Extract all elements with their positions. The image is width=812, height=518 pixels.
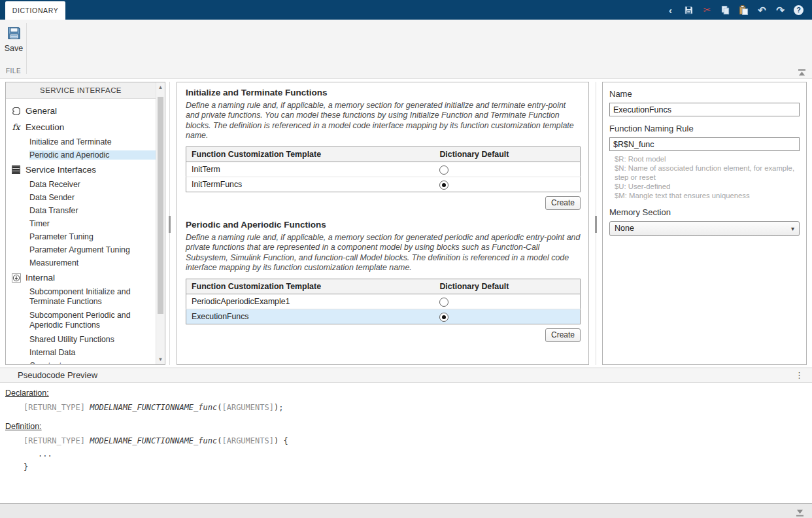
memory-section-dropdown[interactable]: None ▾ <box>609 221 800 236</box>
sidebar-item-label: Initialize and Terminate <box>29 137 156 147</box>
memory-section-label: Memory Section <box>609 207 800 217</box>
redo-icon[interactable]: ↷ <box>775 5 786 16</box>
declaration-code: [RETURN_TYPE] MODELNAME_FUNCTIONNAME_fun… <box>24 403 812 412</box>
sidebar-header: SERVICE INTERFACE <box>6 82 156 99</box>
bottom-collapse-bar <box>0 503 812 518</box>
function-template-table: Function Customization Template Dictiona… <box>186 279 581 324</box>
sidebar-item-internal[interactable]: Internal <box>6 269 156 286</box>
internal-icon <box>11 273 21 283</box>
table-row[interactable]: ExecutionFuncs <box>186 309 581 324</box>
sidebar-item-constants[interactable]: Constants <box>6 359 156 364</box>
scrollbar-thumb[interactable] <box>158 97 163 314</box>
naming-rule-hint: $U: User-defined <box>615 182 800 192</box>
code-token: MODELNAME_FUNCTIONNAME_func <box>90 436 217 445</box>
sidebar-scrollbar[interactable]: ▲ ▼ <box>156 82 165 364</box>
declaration-label: Declaration: <box>5 389 812 398</box>
sidebar-item-subcomponent-periodic-and-aperiodic-functions[interactable]: Subcomponent Periodic and Aperiodic Func… <box>6 309 156 333</box>
column-header-template: Function Customization Template <box>186 147 435 162</box>
create-row: Create <box>186 196 581 210</box>
table-row[interactable]: InitTerm <box>186 162 581 177</box>
dictionary-default-cell <box>434 162 580 177</box>
name-label: Name <box>609 89 800 99</box>
collapse-ribbon-icon[interactable] <box>798 67 806 79</box>
column-header-default: Dictionary Default <box>434 279 580 294</box>
dictionary-default-cell <box>434 294 580 309</box>
splitter-handle <box>169 216 171 233</box>
function-template-table: Function Customization Template Dictiona… <box>186 147 581 192</box>
sidebar-header-label: SERVICE INTERFACE <box>40 86 122 94</box>
paste-icon[interactable] <box>738 5 749 16</box>
column-header-template: Function Customization Template <box>186 279 435 294</box>
sidebar-item-label: Measurement <box>29 258 156 268</box>
sidebar-item-initialize-and-terminate[interactable]: Initialize and Terminate <box>6 135 156 148</box>
copy-icon[interactable] <box>720 5 731 16</box>
sidebar-item-general[interactable]: General <box>6 103 156 119</box>
dictionary-default-radio[interactable] <box>439 165 448 175</box>
column-header-default: Dictionary Default <box>434 147 580 162</box>
sidebar-item-shared-utility-functions[interactable]: Shared Utility Functions <box>6 333 156 346</box>
periodic-aperiodic-section: Periodic and Aperiodic Functions Define … <box>186 220 581 342</box>
sidebar-item-data-transfer[interactable]: Data Transfer <box>6 204 156 217</box>
sidebar-item-parameter-tuning[interactable]: Parameter Tuning <box>6 230 156 243</box>
create-button[interactable]: Create <box>545 196 581 210</box>
sidebar-item-service-interfaces[interactable]: Service Interfaces <box>6 162 156 178</box>
kebab-menu-icon[interactable]: ⋮ <box>795 370 804 380</box>
code-line: ... <box>38 449 812 458</box>
sidebar-item-label: Constants <box>29 361 156 364</box>
sidebar-item-label: Data Sender <box>29 193 156 202</box>
ribbon: Save FILE <box>0 20 812 79</box>
cut-icon[interactable]: ✂ <box>702 5 713 16</box>
sidebar-item-label: Shared Utility Functions <box>29 335 156 344</box>
general-icon <box>11 107 21 116</box>
tab-dictionary[interactable]: DICTIONARY <box>5 1 65 20</box>
sidebar-item-data-sender[interactable]: Data Sender <box>6 191 156 204</box>
function-naming-rule-label: Function Naming Rule <box>609 124 800 133</box>
title-bar: DICTIONARY ‹✂↶↷? <box>0 0 812 20</box>
code-line: } <box>24 462 812 472</box>
sidebar-item-parameter-argument-tuning[interactable]: Parameter Argument Tuning <box>6 243 156 256</box>
dictionary-default-radio[interactable] <box>439 181 448 190</box>
code-token: [ARGUMENTS] <box>222 403 273 412</box>
quick-access-toolbar: ‹✂↶↷? <box>665 2 804 18</box>
function-naming-rule-field[interactable] <box>609 137 800 151</box>
sidebar-item-label: Subcomponent Periodic and Aperiodic Func… <box>29 311 156 330</box>
table-row[interactable]: PeriodicAperiodicExample1 <box>186 294 581 309</box>
code-token: [RETURN_TYPE] <box>24 436 90 445</box>
sidebar-item-measurement[interactable]: Measurement <box>6 256 156 269</box>
dictionary-default-radio[interactable] <box>439 298 448 307</box>
name-field[interactable] <box>609 103 800 116</box>
help-icon[interactable]: ? <box>793 5 804 16</box>
sidebar-item-label: Periodic and Aperiodic <box>29 150 156 160</box>
chevron-down-icon: ▾ <box>791 225 794 232</box>
save-button[interactable]: Save <box>3 26 24 53</box>
scroll-down-icon[interactable]: ▼ <box>156 356 165 362</box>
code-token: MODELNAME_FUNCTIONNAME_func <box>90 403 217 412</box>
sidebar-item-data-receiver[interactable]: Data Receiver <box>6 178 156 191</box>
sidebar-item-internal-data[interactable]: Internal Data <box>6 346 156 359</box>
scroll-up-icon[interactable]: ▲ <box>156 84 165 90</box>
sidebar-item-periodic-and-aperiodic[interactable]: Periodic and Aperiodic <box>6 148 156 162</box>
sidebar-item-timer[interactable]: Timer <box>6 217 156 230</box>
sidebar-item-label: General <box>25 106 156 116</box>
splitter-left[interactable] <box>167 82 172 365</box>
save-icon[interactable] <box>683 5 694 16</box>
collapse-panel-icon[interactable] <box>796 508 804 518</box>
sidebar-item-execution[interactable]: fxExecution <box>6 119 156 135</box>
sidebar-item-label: Service Interfaces <box>25 165 156 175</box>
naming-rule-hint: $R: Root model <box>615 155 800 164</box>
create-button[interactable]: Create <box>545 328 581 342</box>
ribbon-separator <box>26 23 27 74</box>
definition-label: Definition: <box>5 422 812 431</box>
splitter-handle <box>595 216 597 233</box>
sidebar-item-subcomponent-initialize-and-terminate-functions[interactable]: Subcomponent Initialize and Terminate Fu… <box>6 286 156 309</box>
undo-icon[interactable]: ↶ <box>756 5 768 16</box>
code-token: ) { <box>274 436 288 445</box>
init-term-section: Initialize and Terminate Functions Defin… <box>186 88 581 210</box>
splitter-right[interactable] <box>594 82 598 365</box>
section-title: Periodic and Aperiodic Functions <box>186 220 581 230</box>
sidebar-item-label: Data Transfer <box>29 206 156 215</box>
table-row[interactable]: InitTermFuncs <box>186 177 581 192</box>
back-chevron-icon[interactable]: ‹ <box>665 5 676 16</box>
naming-rule-hint: $M: Mangle text that ensures uniqueness <box>615 192 800 201</box>
dictionary-default-radio[interactable] <box>439 313 448 322</box>
